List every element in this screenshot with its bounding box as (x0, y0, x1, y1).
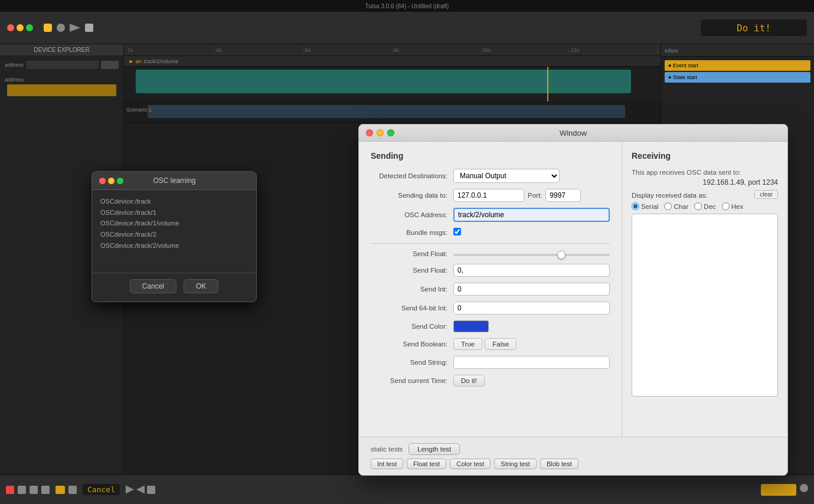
daw-toolbar: Do it! (0, 12, 814, 44)
send-float-input-control (453, 264, 610, 277)
receive-display (632, 214, 778, 397)
ip-input[interactable] (453, 189, 524, 202)
breadcrumb: ► an track/2/volume (124, 56, 661, 67)
timecode: Cancel (87, 485, 115, 494)
address-input[interactable] (26, 61, 99, 69)
toolbar-icon-3[interactable] (85, 24, 93, 32)
clear-button[interactable]: clear (754, 190, 778, 199)
radio-char-input[interactable] (664, 202, 672, 210)
track-area (124, 67, 661, 102)
daw-menu-bar: Tulsa 3.0.6 (64) - Untitled (draft) (0, 0, 814, 12)
right-panel-events: ● Event start ● State start (661, 57, 814, 86)
radio-hex[interactable]: Hex (722, 202, 743, 210)
send-time-control: Do it! (453, 375, 610, 387)
radio-serial[interactable]: Serial (632, 202, 658, 210)
osc-item-2[interactable]: OSCdevice:/track/1/volume (100, 218, 248, 229)
close-button[interactable] (7, 24, 14, 31)
radio-serial-label: Serial (641, 203, 658, 210)
transport-btns (126, 486, 155, 494)
radio-dec[interactable]: Dec (694, 202, 715, 210)
rec-btn[interactable] (18, 486, 26, 494)
radio-char[interactable]: Char (664, 202, 688, 210)
right-panel-header: Infors (661, 44, 814, 57)
send-64bit-label: Send 64-bit Int: (371, 305, 453, 312)
win-maximize-btn[interactable] (387, 129, 394, 136)
float-test-button[interactable]: Float test (407, 459, 446, 469)
osc-item-1[interactable]: OSCdevice:/track/1 (100, 207, 248, 218)
toolbar-icon-1[interactable] (44, 24, 52, 32)
color-test-button[interactable]: Color test (450, 459, 491, 469)
length-test-button[interactable]: Length test (408, 443, 460, 455)
back-btn[interactable] (136, 486, 145, 494)
send-string-label: Send String: (371, 359, 453, 366)
send-string-row: Send String: (371, 356, 610, 369)
color-swatch[interactable] (453, 320, 489, 332)
osc-maximize-btn[interactable] (117, 178, 123, 184)
detected-destinations-label: Detected Destinations: (371, 172, 453, 179)
play-btn[interactable] (126, 486, 134, 494)
send-string-control (453, 356, 610, 369)
static-tests-label: static tests (371, 446, 403, 453)
minimize-button[interactable] (17, 24, 24, 31)
send-string-input[interactable] (453, 356, 610, 369)
send-int-input[interactable] (453, 283, 610, 296)
radio-hex-input[interactable] (722, 202, 730, 210)
do-it-button[interactable]: Do it! (453, 375, 485, 387)
display-radio-group: Serial Char Dec Hex (632, 202, 778, 210)
receive-info: This app receives OSC data sent to: (632, 169, 778, 176)
false-button[interactable]: False (485, 338, 516, 350)
sending-data-to-control: Port: (453, 189, 610, 202)
bundle-msgs-row: Bundle msgs: (371, 228, 610, 237)
true-button[interactable]: True (453, 338, 482, 350)
osc-learning-content: OSCdevice:/track OSCdevice:/track/1 OSCd… (92, 190, 256, 273)
radio-serial-input[interactable] (632, 202, 639, 210)
sub-track: Scenario 1 (124, 102, 661, 123)
osc-close-btn[interactable] (99, 178, 106, 184)
send-float-input[interactable] (453, 264, 610, 277)
osc-item-3[interactable]: OSCdevice:/track/2 (100, 229, 248, 240)
blob-test-button[interactable]: Blob test (540, 459, 578, 469)
send-float-slider[interactable] (453, 254, 610, 256)
toolbar-icon-2[interactable] (57, 24, 65, 32)
int-test-button[interactable]: Int test (371, 459, 403, 469)
receiving-title: Receiving (632, 151, 778, 161)
osc-window-traffic-lights (366, 129, 394, 136)
halt-btn[interactable] (147, 486, 155, 494)
media-btn2[interactable] (68, 486, 77, 494)
bundle-msgs-checkbox[interactable] (453, 228, 461, 235)
media-btn[interactable] (55, 486, 65, 494)
send-color-control (453, 320, 610, 332)
osc-ok-button[interactable]: OK (184, 279, 218, 293)
teal-clip (136, 70, 631, 93)
win-minimize-btn[interactable] (377, 129, 384, 136)
maximize-button[interactable] (26, 24, 33, 31)
osc-item-4[interactable]: OSCdevice:/track/2/volume (100, 240, 248, 251)
bundle-msgs-control (453, 228, 610, 237)
loop-btn[interactable] (30, 486, 38, 494)
sidebar-section: address (2, 73, 121, 99)
string-test-button[interactable]: String test (494, 459, 537, 469)
stop-btn[interactable] (6, 486, 14, 494)
address-btn[interactable] (101, 61, 119, 69)
port-input[interactable] (545, 189, 581, 202)
address-bar: address (2, 59, 121, 71)
osc-item-0[interactable]: OSCdevice:/track (100, 196, 248, 207)
mark-btn[interactable] (41, 486, 50, 494)
send-64bit-row: Send 64-bit Int: (371, 302, 610, 315)
osc-minimize-btn[interactable] (108, 178, 115, 184)
detected-destinations-select[interactable]: Manual Output (453, 169, 560, 183)
win-close-btn[interactable] (366, 129, 373, 136)
play-icon[interactable] (70, 24, 80, 32)
footer-row: static tests Length test (371, 443, 776, 455)
device-explorer-label: DEVICE EXPLORER (0, 44, 123, 55)
sidebar-content: address address (0, 57, 123, 102)
radio-dec-input[interactable] (694, 202, 702, 210)
osc-window-body: Sending Detected Destinations: Manual Ou… (359, 142, 787, 437)
track-label: track/2/volume (143, 58, 178, 64)
osc-learning-titlebar: OSC learning (92, 172, 256, 190)
settings-btn[interactable] (800, 484, 808, 492)
osc-learning-dialog: OSC learning OSCdevice:/track OSCdevice:… (91, 171, 257, 302)
osc-address-input[interactable] (453, 208, 610, 222)
osc-cancel-button[interactable]: Cancel (130, 279, 176, 293)
send-64bit-input[interactable] (453, 302, 610, 315)
